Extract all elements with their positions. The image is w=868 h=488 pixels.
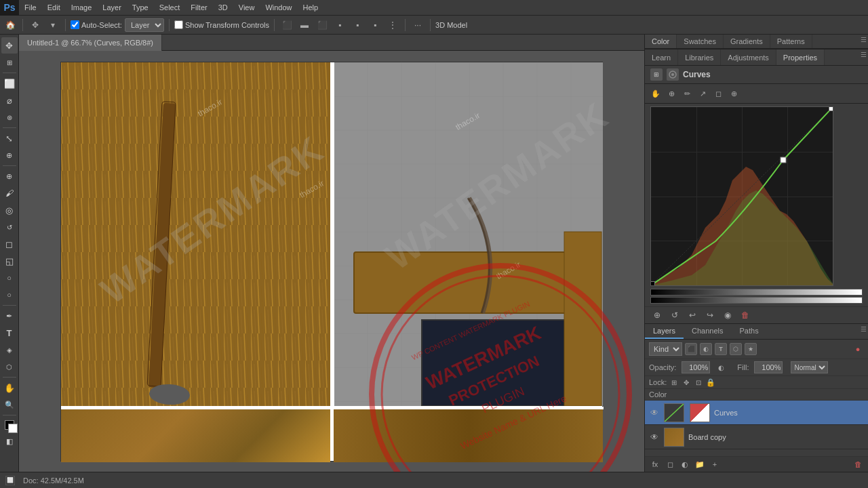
- artboard-tool[interactable]: ⊞: [1, 54, 18, 70]
- fill-input[interactable]: [754, 361, 783, 373]
- filter-adjust-btn[interactable]: ◐: [700, 343, 712, 355]
- canvas-viewport[interactable]: WATERMARK WATERMARK thaco.ir thaco.ir th…: [19, 51, 644, 472]
- history-brush[interactable]: ↺: [1, 219, 18, 235]
- curve-white-point[interactable]: [829, 106, 833, 111]
- layers-panel-menu[interactable]: ☰: [859, 324, 868, 333]
- brush-tool[interactable]: 🖌: [1, 185, 18, 201]
- tab-channels[interactable]: Channels: [684, 324, 731, 339]
- curves-tool-4[interactable]: ↗: [696, 87, 709, 100]
- lock-position-btn[interactable]: ✥: [682, 378, 691, 387]
- distribute-btn[interactable]: ⋮: [385, 18, 400, 33]
- marquee-tool[interactable]: ⬜: [1, 75, 18, 92]
- status-screen-mode-btn[interactable]: ⬜: [5, 476, 15, 485]
- curves-prev-btn[interactable]: ↩: [686, 308, 699, 322]
- menu-type[interactable]: Type: [127, 0, 154, 15]
- tab-learn[interactable]: Learn: [645, 49, 678, 65]
- crop-tool[interactable]: ⤡: [1, 130, 18, 146]
- curves-tool-1[interactable]: ✋: [649, 87, 663, 100]
- layer-eye-board[interactable]: 👁: [649, 432, 660, 443]
- quick-select-tool[interactable]: ⊛: [1, 109, 18, 125]
- transform-checkbox[interactable]: Show Transform Controls: [174, 20, 269, 29]
- curves-next-btn[interactable]: ↪: [703, 308, 717, 322]
- add-adjust-btn[interactable]: ◐: [679, 458, 691, 470]
- shape-tool[interactable]: ⬡: [1, 359, 18, 375]
- color-panel-menu[interactable]: ☰: [859, 35, 868, 44]
- lock-all-btn[interactable]: 🔒: [706, 378, 715, 387]
- sub-panel-menu[interactable]: ☰: [859, 49, 868, 59]
- curves-auto-btn[interactable]: ⊕: [650, 308, 664, 322]
- eraser-tool[interactable]: ◻: [1, 236, 18, 252]
- align-right-btn[interactable]: ⬛: [315, 18, 330, 33]
- curves-graph[interactable]: [650, 106, 833, 286]
- blend-mode-select[interactable]: Normal: [791, 361, 828, 373]
- menu-select[interactable]: Select: [154, 0, 186, 15]
- align-left-btn[interactable]: ⬛: [279, 18, 294, 33]
- delete-layer-btn[interactable]: 🗑: [852, 458, 864, 470]
- curves-tool-6[interactable]: ⊕: [727, 87, 741, 100]
- auto-select-check[interactable]: [71, 20, 79, 29]
- auto-select-checkbox[interactable]: Auto-Select:: [71, 20, 122, 29]
- menu-view[interactable]: View: [233, 0, 260, 15]
- hand-tool[interactable]: ✋: [1, 380, 18, 396]
- menu-file[interactable]: File: [19, 0, 42, 15]
- layer-eye-curves[interactable]: 👁: [649, 407, 660, 418]
- move-tool-btn[interactable]: ✥: [28, 18, 43, 33]
- curves-visibility-btn[interactable]: ◉: [721, 308, 734, 322]
- home-button[interactable]: 🏠: [3, 18, 18, 33]
- curves-reset-btn[interactable]: ↺: [668, 308, 682, 322]
- move-tool[interactable]: ✥: [1, 37, 18, 54]
- curve-black-point[interactable]: [650, 281, 655, 286]
- zoom-tool[interactable]: 🔍: [1, 396, 18, 413]
- clone-tool[interactable]: ◎: [1, 202, 18, 218]
- path-select[interactable]: ◈: [1, 342, 18, 358]
- select-dropdown[interactable]: ▾: [45, 18, 60, 33]
- lock-pixels-btn[interactable]: ⊞: [669, 378, 679, 387]
- add-layer-btn[interactable]: +: [709, 458, 721, 470]
- tab-adjustments[interactable]: Adjustments: [721, 49, 776, 65]
- canvas-tab-main[interactable]: Untitled-1 @ 66.7% (Curves, RGB/8#): [19, 35, 162, 51]
- lasso-tool[interactable]: ⌀: [1, 92, 18, 108]
- filter-type-btn[interactable]: T: [715, 343, 727, 355]
- text-tool[interactable]: T: [1, 325, 18, 341]
- fg-bg-colors[interactable]: [2, 418, 17, 432]
- tab-layers[interactable]: Layers: [645, 324, 684, 339]
- curves-tool-2[interactable]: ⊕: [665, 87, 678, 100]
- align-bottom-btn[interactable]: ▪: [368, 18, 382, 33]
- align-middle-btn[interactable]: ▪: [350, 18, 365, 33]
- layer-filter-kind[interactable]: Kind: [649, 342, 682, 356]
- filter-smart-btn[interactable]: ★: [745, 343, 757, 355]
- menu-window[interactable]: Window: [260, 0, 297, 15]
- gradient-tool[interactable]: ◱: [1, 253, 18, 269]
- menu-edit[interactable]: Edit: [42, 0, 66, 15]
- curves-tool-3[interactable]: ✏: [680, 87, 694, 100]
- curves-delete-btn[interactable]: 🗑: [738, 308, 752, 322]
- quick-mask[interactable]: ◧: [1, 433, 18, 449]
- layer-kind-select[interactable]: Layer: [125, 18, 164, 32]
- add-mask-btn[interactable]: ◻: [664, 458, 676, 470]
- tab-properties[interactable]: Properties: [776, 49, 825, 65]
- dodge-tool[interactable]: ○: [1, 287, 18, 303]
- opacity-input[interactable]: [682, 361, 710, 373]
- lock-artboard-btn[interactable]: ⊡: [694, 378, 703, 387]
- menu-help[interactable]: Help: [298, 0, 324, 15]
- transform-check[interactable]: [174, 20, 183, 29]
- blur-tool[interactable]: ○: [1, 270, 18, 286]
- add-fx-btn[interactable]: fx: [649, 458, 661, 470]
- menu-layer[interactable]: Layer: [97, 0, 127, 15]
- add-group-btn[interactable]: 📁: [694, 458, 706, 470]
- filter-toggle-btn[interactable]: ●: [852, 343, 864, 355]
- layer-item-board[interactable]: 👁 Board copy: [645, 425, 868, 449]
- eyedropper-tool[interactable]: ⊕: [1, 147, 18, 163]
- extras-btn[interactable]: ···: [410, 18, 425, 33]
- curves-tool-5[interactable]: ◻: [711, 87, 725, 100]
- align-top-btn[interactable]: ▪: [332, 18, 347, 33]
- menu-image[interactable]: Image: [66, 0, 98, 15]
- menu-filter[interactable]: Filter: [185, 0, 212, 15]
- layer-item-curves[interactable]: 👁 Curves: [645, 401, 868, 425]
- filter-shape-btn[interactable]: ⬡: [730, 343, 742, 355]
- heal-tool[interactable]: ⊕: [1, 168, 18, 184]
- tab-paths[interactable]: Paths: [732, 324, 767, 339]
- filter-pixel-btn[interactable]: ⬛: [685, 343, 697, 355]
- tab-patterns[interactable]: Patterns: [770, 35, 812, 48]
- tab-gradients[interactable]: Gradients: [724, 35, 770, 48]
